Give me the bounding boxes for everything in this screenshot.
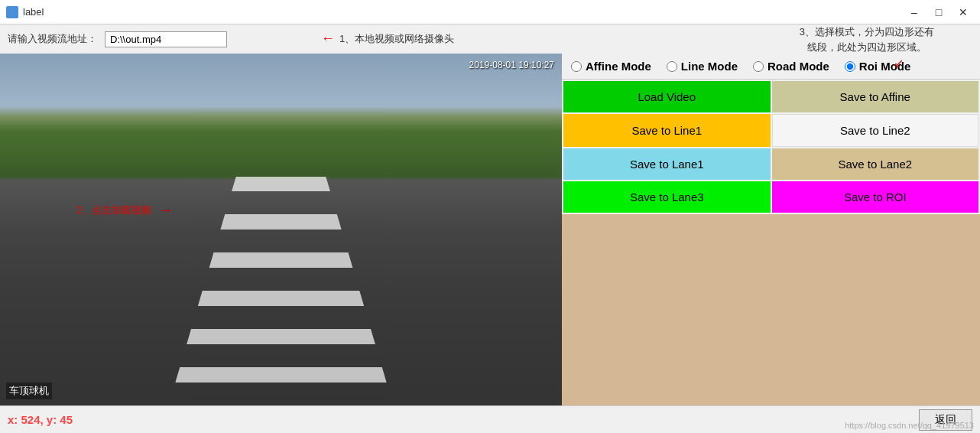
right-panel: Affine Mode Line Mode Road Mode Roi Mode…: [562, 54, 980, 405]
video-path-input[interactable]: [105, 31, 227, 47]
road-mode-option[interactable]: Road Mode: [753, 60, 829, 73]
title-bar-left: label: [6, 6, 44, 18]
road-mode-label: Road Mode: [767, 60, 829, 73]
road-mode-radio[interactable]: [753, 61, 764, 72]
minimize-button[interactable]: –: [904, 4, 925, 21]
affine-mode-label: Affine Mode: [586, 60, 651, 73]
roi-mode-label: Roi Mode: [859, 60, 911, 73]
watermark-text: https://blog.csdn.net/qq_41979513: [845, 421, 974, 430]
mode-row: Affine Mode Line Mode Road Mode Roi Mode: [562, 54, 980, 80]
buttons-grid: Load Video Save to Affine Save to Line1 …: [562, 80, 980, 214]
coordinates-display: x: 524, y: 45: [8, 413, 73, 426]
main-content: 请输入视频流地址： ← 1、本地视频或网络摄像头 2019-08-01 19:1…: [0, 24, 980, 433]
top-bar: 请输入视频流地址： ← 1、本地视频或网络摄像头: [0, 24, 980, 54]
app-icon: [6, 6, 18, 18]
save-roi-button[interactable]: Save to ROI: [772, 181, 979, 213]
title-bar: label – □ ✕: [0, 0, 980, 24]
maximize-button[interactable]: □: [928, 4, 949, 21]
bottom-bar: x: 524, y: 45 返回 https://blog.csdn.net/q…: [0, 405, 980, 433]
save-affine-button[interactable]: Save to Affine: [772, 81, 979, 112]
arrow-left-icon: ←: [321, 31, 335, 47]
camera-label: 车顶球机: [6, 383, 52, 399]
save-line2-button[interactable]: Save to Line2: [772, 114, 979, 147]
video-timestamp: 2019-08-01 19:10:27: [469, 60, 554, 70]
affine-mode-option[interactable]: Affine Mode: [571, 60, 651, 73]
roi-mode-option[interactable]: Roi Mode: [845, 60, 911, 73]
video-display: 2019-08-01 19:10:27 车顶球机 2、点击加载视频 →: [0, 54, 562, 405]
video-panel: 2019-08-01 19:10:27 车顶球机 2、点击加载视频 →: [0, 54, 562, 405]
annotation-1-text: 1、本地视频或网络摄像头: [339, 32, 454, 46]
affine-mode-radio[interactable]: [571, 61, 582, 72]
line-mode-option[interactable]: Line Mode: [667, 60, 738, 73]
annotation-1: ← 1、本地视频或网络摄像头: [321, 31, 454, 47]
body-area: 2019-08-01 19:10:27 车顶球机 2、点击加载视频 → Affi…: [0, 54, 980, 405]
input-label: 请输入视频流地址：: [8, 32, 97, 46]
save-lane1-button[interactable]: Save to Lane1: [563, 148, 771, 180]
save-lane2-button[interactable]: Save to Lane2: [772, 148, 979, 180]
empty-area: [562, 214, 980, 405]
road-scene: [0, 54, 562, 405]
load-video-button[interactable]: Load Video: [563, 81, 771, 112]
save-line1-button[interactable]: Save to Line1: [563, 114, 771, 147]
window-title: label: [23, 6, 44, 18]
line-mode-label: Line Mode: [681, 60, 738, 73]
roi-mode-radio[interactable]: [845, 61, 855, 72]
window-controls: – □ ✕: [904, 4, 974, 21]
line-mode-radio[interactable]: [667, 61, 677, 72]
close-button[interactable]: ✕: [952, 4, 974, 21]
save-lane3-button[interactable]: Save to Lane3: [563, 181, 771, 213]
